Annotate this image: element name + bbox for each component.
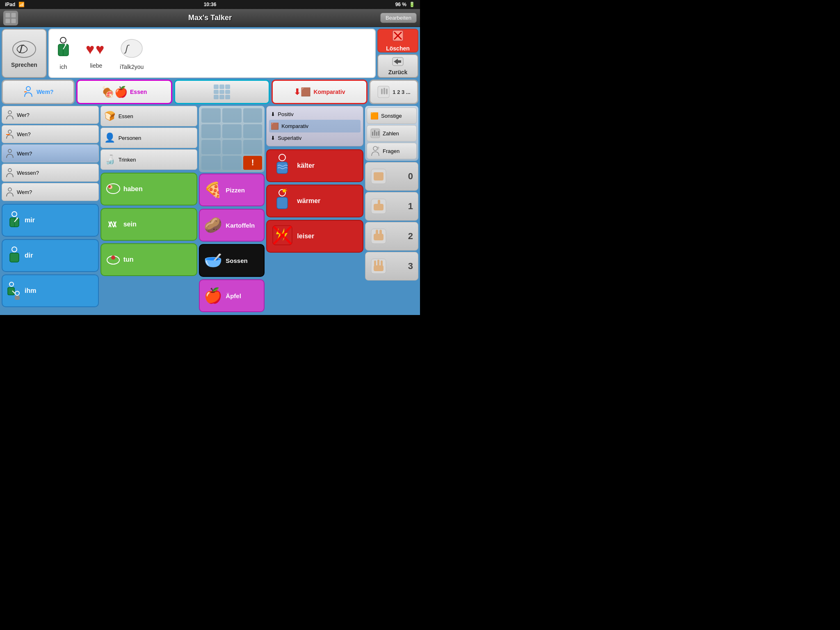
cat-essen-button[interactable]: 🍖🍎 Essen (76, 80, 172, 104)
right-fragen[interactable]: ? Fragen (367, 143, 417, 159)
wem-item-wen[interactable]: Wen? (2, 125, 99, 143)
svg-point-31 (8, 149, 11, 153)
hand-0-icon (370, 168, 387, 185)
haben-icon (105, 181, 121, 197)
cat-wem-button[interactable]: Wem? (2, 80, 75, 104)
content-row: Wer? Wen? Wem? (2, 106, 418, 313)
action-buttons: Löschen Zurück (377, 29, 418, 78)
numbers-cat-icon (377, 85, 390, 98)
essen-item-personen[interactable]: 👤 Personen (100, 128, 198, 148)
svg-text:♥: ♥ (96, 41, 104, 57)
right-sonstige[interactable]: 🟧 Sonstige (367, 107, 417, 124)
essen-item-trinken[interactable]: 🍶 Trinken (100, 149, 198, 170)
warmer-icon (271, 189, 294, 213)
komp-leiser[interactable]: leiser (266, 220, 363, 253)
svg-point-4 (13, 41, 36, 57)
wem-item-wessen[interactable]: Wessen? (2, 164, 99, 182)
svg-rect-74 (378, 131, 379, 136)
title-bar: Max's Talker Bearbeiten (0, 9, 420, 27)
grid-cell-10[interactable] (201, 156, 221, 170)
essen-essen-icon: 🍞 (104, 111, 115, 121)
food-apfel[interactable]: 🍎 Äpfel (199, 279, 265, 312)
wem-item-wer[interactable]: Wer? (2, 106, 99, 124)
grid-cell-6[interactable] (243, 124, 262, 139)
essen-column: 🍞 Essen 👤 Personen 🍶 Trinken haben (100, 106, 198, 313)
svg-rect-82 (378, 200, 380, 205)
food-sossen-label: Sossen (226, 257, 247, 264)
grid-cell-9[interactable] (243, 140, 262, 154)
wessen-icon (5, 168, 14, 177)
svg-rect-1 (11, 13, 16, 18)
essen-item-essen[interactable]: 🍞 Essen (100, 106, 198, 126)
sentence-word-italk: iTalk2you (120, 64, 144, 70)
kartoffeln-icon: 🥔 (204, 218, 222, 233)
svg-rect-0 (5, 13, 10, 18)
wen-icon (5, 130, 14, 139)
komp-dropdown-superlativ[interactable]: ⬇ Superlativ (269, 132, 361, 144)
number-1[interactable]: 1 (365, 192, 418, 221)
cat-numbers-button[interactable]: 1 2 3 ... (369, 80, 418, 104)
cat-komparativ-button[interactable]: ⬇🟫 Komparativ (272, 80, 368, 104)
superlativ-arrow-icon: ⬇ (271, 135, 275, 141)
food-pizzen[interactable]: 🍕 Pizzen (199, 173, 265, 206)
wem-item-wem2[interactable]: Wem? (2, 183, 99, 201)
number-0[interactable]: 0 (365, 162, 418, 191)
zuruck-button[interactable]: Zurück (377, 54, 418, 78)
komp-cat-icon: ⬇🟫 (294, 87, 311, 97)
pronoun-mir[interactable]: mir (2, 204, 99, 237)
komp-brick-icon: 🟫 (271, 122, 279, 130)
right-zahlen[interactable]: Zahlen (367, 125, 417, 142)
verb-tun[interactable]: tun (100, 243, 198, 276)
svg-point-57 (279, 154, 285, 161)
mir-icon (7, 211, 22, 229)
wem-column: Wer? Wen? Wem? (2, 106, 99, 313)
grid-cell-11[interactable] (222, 156, 242, 170)
pronoun-ihm[interactable]: ihm (2, 274, 99, 307)
leiser-label: leiser (297, 233, 314, 240)
grid-cell-3[interactable] (243, 108, 262, 123)
svg-point-6 (60, 37, 66, 43)
komp-kalter[interactable]: kälter (266, 149, 363, 182)
svg-point-13 (121, 39, 142, 57)
essen-trinken-icon: 🍶 (104, 154, 115, 165)
grid-cell-7[interactable] (201, 140, 221, 154)
grid-cell-2[interactable] (222, 108, 242, 123)
grid-cell-1[interactable] (201, 108, 221, 123)
grid-cell-5[interactable] (222, 124, 242, 139)
verb-haben[interactable]: haben (100, 173, 198, 205)
verb-sein[interactable]: sein (100, 208, 198, 241)
pronoun-dir[interactable]: dir (2, 239, 99, 272)
number-2[interactable]: 2 (365, 222, 418, 251)
svg-point-49 (108, 185, 111, 188)
fragen-icon: ? (370, 146, 380, 156)
svg-rect-88 (374, 265, 383, 271)
status-carrier: iPad 📶 (5, 2, 25, 7)
number-3[interactable]: 3 (365, 252, 418, 281)
grid-cell-4[interactable] (201, 124, 221, 139)
svg-point-10 (65, 44, 66, 46)
essen-cat-icon: 🍖🍎 (101, 86, 128, 98)
food-kartoffeln[interactable]: 🥔 Kartoffeln (199, 209, 265, 242)
svg-point-47 (107, 184, 120, 194)
cat-grid-button[interactable] (174, 80, 270, 104)
komp-dropdown-positiv[interactable]: ⬇ Positiv (269, 109, 361, 120)
food-apfel-label: Äpfel (226, 292, 241, 299)
komp-warmer[interactable]: wärmer (266, 185, 363, 217)
wem2-icon (5, 187, 14, 196)
number-2-label: 2 (408, 231, 413, 242)
svg-point-34 (12, 212, 17, 217)
svg-point-28 (8, 130, 11, 133)
hand-3-icon (370, 258, 387, 274)
sprechen-button[interactable]: ʃ Sprechen (2, 29, 47, 78)
food-sossen[interactable]: 🥣 Sossen (199, 244, 265, 277)
sentence-word-ich: ich (60, 64, 67, 70)
grid-cell-8[interactable] (222, 140, 242, 154)
loschen-button[interactable]: Löschen (377, 29, 418, 52)
wem-item-wem[interactable]: Wem? (2, 144, 99, 162)
grid-cell-alert[interactable]: ! (243, 156, 262, 170)
svg-rect-86 (379, 230, 382, 235)
edit-button[interactable]: Bearbeiten (380, 13, 417, 23)
pronoun-ihm-label: ihm (25, 287, 36, 294)
svg-point-41 (9, 282, 14, 286)
komp-dropdown-komparativ[interactable]: 🟫 Komparativ (269, 120, 361, 132)
